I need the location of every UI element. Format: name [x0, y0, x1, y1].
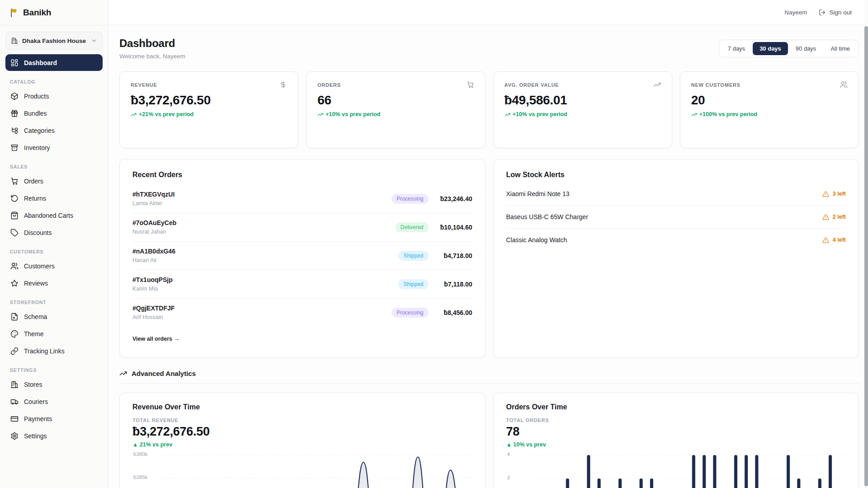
order-id: #QgjEXTDFJF	[132, 305, 175, 312]
store-selector[interactable]: Dhaka Fashion House	[5, 32, 103, 50]
low-stock-list: Xiaomi Redmi Note 133 leftBaseus USB-C 6…	[506, 183, 846, 251]
sidebar-item-schema[interactable]: Schema	[5, 308, 103, 325]
advanced-analytics-title: Advanced Analytics	[132, 370, 196, 377]
dashboard-content: Dashboard Welcome back, Nayeem 7 days30 …	[108, 25, 868, 488]
sidebar-item-returns[interactable]: Returns	[5, 190, 103, 206]
sidebar-item-label: Stores	[24, 381, 42, 388]
view-all-orders-link[interactable]: View all orders →	[132, 336, 179, 342]
trending-up-icon	[317, 112, 323, 117]
sidebar-item-inventory[interactable]: Inventory	[5, 139, 103, 156]
sidebar-item-orders[interactable]: Orders	[5, 173, 103, 189]
sidebar-item-label: Schema	[24, 313, 47, 320]
section-divider	[119, 383, 859, 384]
total-orders-value: 78	[506, 424, 846, 439]
total-orders-label: TOTAL ORDERS	[506, 418, 846, 423]
topbar: Nayeem Sign out	[108, 0, 868, 25]
sidebar-item-bundles[interactable]: Bundles	[5, 105, 103, 122]
order-customer: Hasan Ali	[132, 257, 175, 263]
advanced-analytics-header: Advanced Analytics	[119, 370, 859, 377]
sidebar-section-settings: SETTINGS	[10, 367, 98, 373]
order-row: #7oOAuEyCebNusrat JahanDeliveredƀ10,104.…	[132, 213, 472, 242]
product-name: Classic Analog Watch	[506, 236, 567, 244]
building-icon	[10, 380, 19, 389]
sidebar-item-label: Categories	[24, 127, 55, 134]
alert-triangle-icon	[822, 214, 829, 221]
kpi-sparkline	[120, 127, 298, 148]
product-name: Xiaomi Redmi Note 13	[506, 190, 570, 197]
sidebar-item-label: Bundles	[24, 110, 47, 117]
scrollbar[interactable]	[864, 0, 868, 488]
kpi-delta: +21% vs prev period	[131, 111, 287, 117]
recent-orders-title: Recent Orders	[132, 171, 472, 179]
trending-up-icon	[131, 112, 137, 117]
order-amount: ƀ23,246.40	[434, 195, 472, 202]
sidebar-item-theme[interactable]: Theme	[5, 325, 103, 342]
sidebar-item-stores[interactable]: Stores	[5, 376, 103, 393]
stock-left-label: 2 left	[833, 214, 846, 220]
sidebar-item-label: Orders	[24, 178, 43, 185]
gift-icon	[10, 109, 19, 117]
range-button-7-days[interactable]: 7 days	[721, 42, 752, 55]
status-badge: Delivered	[396, 222, 429, 232]
sidebar-section-storefront: STOREFRONT	[10, 300, 98, 305]
kpi-card-new-customers: NEW CUSTOMERS20+100% vs prev period	[680, 71, 859, 148]
cart-icon	[10, 177, 19, 185]
tree-icon	[10, 127, 19, 135]
order-row: #QgjEXTDFJFArif HossainProcessingƀ8,456.…	[132, 299, 472, 327]
sidebar-item-settings[interactable]: Settings	[5, 427, 103, 444]
range-button-30-days[interactable]: 30 days	[753, 42, 788, 55]
orders-delta: ▲ 10% vs prev	[506, 441, 846, 448]
sidebar-item-discounts[interactable]: Discounts	[5, 224, 103, 241]
sidebar-item-couriers[interactable]: Couriers	[5, 393, 103, 410]
users-icon	[10, 262, 19, 270]
low-stock-title: Low Stock Alerts	[506, 171, 846, 179]
order-customer: Arif Hossain	[132, 314, 175, 320]
range-button-all-time[interactable]: All time	[824, 42, 857, 55]
sidebar-item-label: Reviews	[24, 280, 48, 287]
scrollbar-thumb[interactable]	[864, 26, 868, 486]
sidebar-item-categories[interactable]: Categories	[5, 122, 103, 139]
kpi-sparkline	[494, 127, 672, 148]
credit-card-icon	[10, 415, 19, 423]
page-title: Dashboard	[119, 37, 185, 50]
alert-triangle-icon	[822, 191, 829, 197]
recent-orders-card: Recent Orders #hTXEGVqzUILamia AkterProc…	[119, 159, 486, 358]
file-icon	[10, 313, 19, 321]
sidebar-item-label: Abandoned Carts	[24, 212, 73, 219]
sign-out-button[interactable]: Sign out	[819, 9, 852, 16]
log-out-icon	[819, 9, 826, 16]
kpi-delta: +10% vs prev period	[317, 111, 474, 117]
sidebar-nav: DashboardCATALOGProductsBundlesCategorie…	[0, 54, 108, 454]
kpi-label: ORDERS	[317, 82, 341, 88]
sidebar-item-dashboard[interactable]: Dashboard	[5, 54, 103, 71]
sidebar-item-reviews[interactable]: Reviews	[5, 275, 103, 291]
sidebar-item-label: Returns	[24, 195, 46, 202]
range-button-90-days[interactable]: 90 days	[789, 42, 823, 55]
sidebar-item-label: Settings	[24, 432, 47, 440]
tag-icon	[10, 229, 19, 237]
brand: Banikh	[0, 0, 108, 25]
sidebar-item-products[interactable]: Products	[5, 88, 103, 104]
kpi-label: NEW CUSTOMERS	[691, 82, 741, 88]
sidebar-item-customers[interactable]: Customers	[5, 258, 103, 274]
revenue-y-axis: ƀ380k ƀ285k	[132, 450, 157, 488]
page-title-block: Dashboard Welcome back, Nayeem	[119, 37, 185, 60]
sidebar-item-label: Tracking Links	[24, 347, 65, 355]
kpi-delta: +10% vs prev period	[505, 111, 661, 117]
stock-left-label: 4 left	[833, 237, 846, 243]
sidebar-item-tracking-links[interactable]: Tracking Links	[5, 343, 103, 359]
product-name: Baseus USB-C 65W Charger	[506, 213, 588, 221]
kpi-row: REVENUEƀ3,272,676.50+21% vs prev periodO…	[119, 71, 859, 148]
status-badge: Processing	[392, 194, 428, 204]
link-icon	[10, 347, 19, 355]
app-window: Banikh Dhaka Fashion House DashboardCATA…	[0, 0, 868, 488]
kpi-label: REVENUE	[131, 82, 157, 88]
trending-up-icon	[119, 370, 127, 377]
sidebar-item-payments[interactable]: Payments	[5, 410, 103, 427]
total-revenue-value: ƀ3,272,676.50	[132, 424, 472, 439]
y-tick-285k: ƀ285k	[133, 474, 147, 480]
sidebar-item-abandoned-carts[interactable]: Abandoned Carts	[5, 207, 103, 224]
kpi-value: 20	[691, 93, 848, 108]
user-name: Nayeem	[784, 9, 807, 16]
order-amount: ƀ7,118.00	[434, 281, 472, 288]
